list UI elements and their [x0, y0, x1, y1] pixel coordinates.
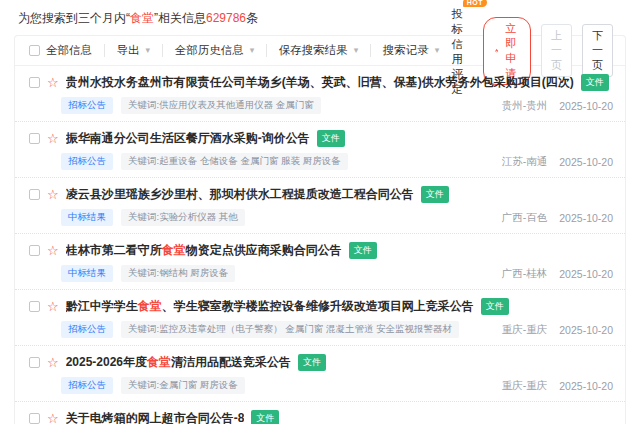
star-icon[interactable]: ☆ — [47, 76, 59, 89]
title-text: 物资定点供应商采购合同公告 — [186, 243, 342, 257]
result-meta-right: 广西-百色 2025-10-20 — [502, 211, 613, 225]
results-toolbar: 全部信息 导出 ▾ 全部历史信息 ▾ 保存搜索结果 ▾ 搜索记录 ▾ — [15, 36, 625, 66]
type-badge[interactable]: 中标结果 — [61, 209, 113, 226]
history-menu-label: 全部历史信息 — [175, 43, 244, 58]
result-date: 2025-10-20 — [559, 212, 613, 224]
summary-middle: 相关信息 — [158, 11, 206, 25]
type-badge[interactable]: 招标公告 — [61, 153, 113, 170]
row-checkbox[interactable] — [29, 301, 40, 312]
star-icon[interactable]: ☆ — [47, 244, 59, 257]
keywords-badge: 关键词:起重设备 仓储设备 金属门窗 服装 厨房设备 — [121, 153, 348, 170]
star-icon[interactable]: ☆ — [47, 188, 59, 201]
result-row: ☆ 桂林市第二看守所食堂物资定点供应商采购合同公告 文件 中标结果 关键词:钢结… — [15, 234, 625, 290]
result-location: 广西-百色 — [502, 211, 548, 225]
row-checkbox[interactable] — [29, 133, 40, 144]
result-title[interactable]: 2025-2026年度食堂清洁用品配送竞采公告 — [66, 354, 291, 371]
result-meta-right: 江苏-南通 2025-10-20 — [502, 155, 613, 169]
result-title-row: ☆ 2025-2026年度食堂清洁用品配送竞采公告 文件 — [29, 354, 613, 371]
file-badge[interactable]: 文件 — [581, 74, 609, 91]
result-title-row: ☆ 桂林市第二看守所食堂物资定点供应商采购合同公告 文件 — [29, 242, 613, 259]
summary-count: 629786 — [206, 11, 246, 25]
file-badge[interactable]: 文件 — [251, 410, 279, 424]
star-icon[interactable]: ☆ — [47, 300, 59, 313]
title-highlight: 食堂 — [138, 299, 162, 313]
file-badge[interactable]: 文件 — [349, 242, 377, 259]
prev-page-button[interactable]: 上一页 — [541, 24, 572, 77]
chevron-down-icon: ▾ — [435, 46, 440, 55]
chevron-down-icon: ▾ — [146, 46, 151, 55]
row-checkbox[interactable] — [29, 245, 40, 256]
star-icon[interactable]: ☆ — [47, 132, 59, 145]
title-text: 关于电烤箱的网上超市合同公告-8 — [66, 411, 245, 424]
keywords-badge: 关键词:供应用仪表及其他通用仪器 金属门窗 — [121, 97, 321, 114]
title-text: 黔江中学学生 — [66, 299, 138, 313]
type-badge[interactable]: 招标公告 — [61, 377, 113, 394]
result-location: 重庆-重庆 — [502, 379, 548, 393]
title-text: 凌云县沙里瑶族乡沙里村、那坝村供水工程提质改造工程合同公告 — [66, 187, 414, 201]
file-badge[interactable]: 文件 — [298, 354, 326, 371]
result-date: 2025-10-20 — [559, 380, 613, 392]
select-all-control[interactable]: 全部信息 — [27, 43, 104, 58]
apply-now-label: 立即申请 — [502, 21, 519, 81]
result-row: ☆ 黔江中学学生食堂、学生寝室教学楼监控设备维修升级改造项目网上竞采公告 文件 … — [15, 290, 625, 346]
result-date: 2025-10-20 — [559, 268, 613, 280]
star-icon[interactable]: ☆ — [47, 356, 59, 369]
result-title-row: ☆ 振华南通分公司生活区餐厅酒水采购-询价公告 文件 — [29, 130, 613, 147]
export-menu[interactable]: 导出 ▾ — [105, 43, 163, 58]
result-title[interactable]: 振华南通分公司生活区餐厅酒水采购-询价公告 — [66, 130, 310, 147]
result-title[interactable]: 关于电烤箱的网上超市合同公告-8 — [66, 410, 245, 424]
result-row: ☆ 振华南通分公司生活区餐厅酒水采购-询价公告 文件 招标公告 关键词:起重设备… — [15, 122, 625, 178]
type-badge[interactable]: 中标结果 — [61, 265, 113, 282]
chevron-down-icon: ▾ — [354, 46, 359, 55]
result-meta-row: 招标公告 关键词:供应用仪表及其他通用仪器 金属门窗 贵州-贵州 2025-10… — [29, 97, 613, 114]
export-menu-label: 导出 — [117, 43, 140, 58]
result-title[interactable]: 桂林市第二看守所食堂物资定点供应商采购合同公告 — [66, 242, 342, 259]
file-badge[interactable]: 文件 — [317, 130, 345, 147]
result-row: ☆ 2025-2026年度食堂清洁用品配送竞采公告 文件 招标公告 关键词:金属… — [15, 346, 625, 402]
type-badge[interactable]: 招标公告 — [61, 321, 113, 338]
title-text: 振华南通分公司生活区餐厅酒水采购-询价公告 — [66, 131, 310, 145]
title-text: 2025-2026年度 — [66, 355, 147, 369]
result-meta-right: 广西-桂林 2025-10-20 — [502, 267, 613, 281]
type-badge[interactable]: 招标公告 — [61, 97, 113, 114]
search-history-menu-label: 搜索记录 — [383, 43, 429, 58]
keywords-badge: 关键词:钢结构 厨房设备 — [121, 265, 235, 282]
keywords-badge: 关键词:金属门窗 厨房设备 — [121, 377, 245, 394]
save-search-menu-label: 保存搜索结果 — [279, 43, 348, 58]
title-text: 清洁用品配送竞采公告 — [171, 355, 291, 369]
file-badge[interactable]: 文件 — [481, 298, 509, 315]
history-menu[interactable]: 全部历史信息 ▾ — [163, 43, 267, 58]
search-results-page: 为您搜索到三个月内“食堂”相关信息629786条 全部信息 导出 ▾ 全部历史信… — [0, 0, 640, 424]
results-list: ☆ 贵州水投水务盘州市有限责任公司羊场乡(羊场、英武、旧营、保基)供水劳务外包采… — [15, 66, 625, 424]
row-checkbox[interactable] — [29, 413, 40, 424]
result-date: 2025-10-20 — [559, 100, 613, 112]
select-all-label: 全部信息 — [46, 43, 92, 58]
title-highlight: 食堂 — [147, 355, 171, 369]
keywords-badge: 关键词:实验分析仪器 其他 — [121, 209, 245, 226]
save-search-menu[interactable]: 保存搜索结果 ▾ — [267, 43, 371, 58]
result-title[interactable]: 贵州水投水务盘州市有限责任公司羊场乡(羊场、英武、旧营、保基)供水劳务外包采购项… — [66, 74, 574, 91]
result-location: 重庆-重庆 — [502, 323, 548, 337]
summary-prefix: 为您搜索到三个月内 — [18, 11, 126, 25]
result-meta-row: 招标公告 关键词:起重设备 仓储设备 金属门窗 服装 厨房设备 江苏-南通 20… — [29, 153, 613, 170]
results-panel: 全部信息 导出 ▾ 全部历史信息 ▾ 保存搜索结果 ▾ 搜索记录 ▾ — [14, 35, 626, 424]
row-checkbox[interactable] — [29, 189, 40, 200]
file-badge[interactable]: 文件 — [421, 186, 449, 203]
row-checkbox[interactable] — [29, 77, 40, 88]
star-icon[interactable]: ☆ — [47, 412, 59, 424]
result-meta-row: 中标结果 关键词:实验分析仪器 其他 广西-百色 2025-10-20 — [29, 209, 613, 226]
row-checkbox[interactable] — [29, 357, 40, 368]
result-meta-row: 招标公告 关键词:金属门窗 厨房设备 重庆-重庆 2025-10-20 — [29, 377, 613, 394]
result-meta-right: 重庆-重庆 2025-10-20 — [502, 323, 613, 337]
bid-credit-rating[interactable]: 投标信用评定 HOT — [451, 5, 473, 97]
select-all-checkbox[interactable] — [29, 45, 40, 56]
result-meta-row: 中标结果 关键词:钢结构 厨房设备 广西-桂林 2025-10-20 — [29, 265, 613, 282]
result-meta-row: 招标公告 关键词:监控及违章处理（电子警察） 金属门窗 混凝土管道 安全监视报警… — [29, 321, 613, 338]
next-page-button[interactable]: 下一页 — [582, 24, 613, 77]
result-title[interactable]: 黔江中学学生食堂、学生寝室教学楼监控设备维修升级改造项目网上竞采公告 — [66, 298, 474, 315]
result-title[interactable]: 凌云县沙里瑶族乡沙里村、那坝村供水工程提质改造工程合同公告 — [66, 186, 414, 203]
summary-keyword: 食堂 — [130, 11, 154, 25]
result-title-row: ☆ 关于电烤箱的网上超市合同公告-8 文件 — [29, 410, 613, 424]
hot-badge: HOT — [463, 0, 487, 7]
search-history-menu[interactable]: 搜索记录 ▾ — [371, 43, 452, 58]
